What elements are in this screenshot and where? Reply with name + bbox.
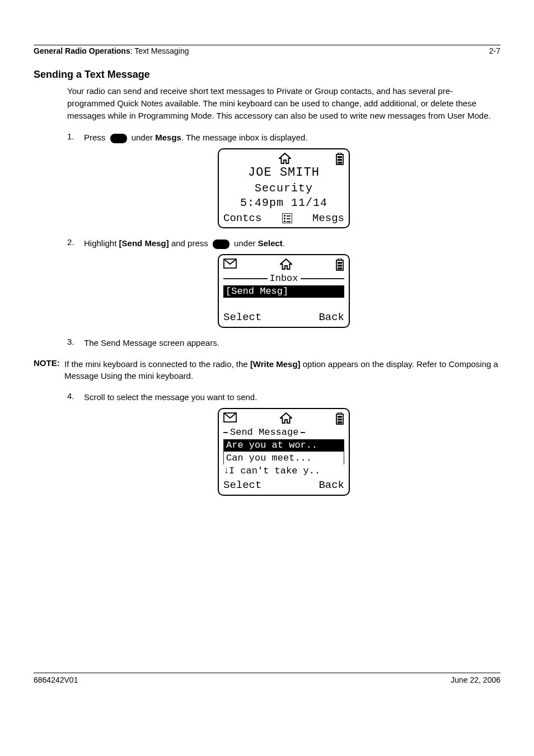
note-label: NOTE: <box>34 358 64 383</box>
step-1-word: Mesgs <box>155 133 181 142</box>
step-2-mid: and press <box>169 238 210 248</box>
svg-rect-10 <box>338 262 342 264</box>
step-1-under: under <box>129 133 156 142</box>
home-icon <box>280 412 292 424</box>
lcd2-selected-item: [Send Mesg] <box>223 285 344 298</box>
lcd3-title: Send Message <box>228 426 301 439</box>
running-head-bold: General Radio Operations <box>34 46 130 55</box>
step-number: 1. <box>67 132 84 141</box>
step-number: 3. <box>67 337 84 346</box>
softkey-icon <box>213 240 229 249</box>
svg-marker-14 <box>280 413 292 423</box>
footer: 6864242V01 June 22, 2006 <box>34 673 500 684</box>
step-1-pre: Press <box>84 133 108 142</box>
home-icon <box>280 259 292 270</box>
home-icon <box>279 153 291 164</box>
step-4-text: Scroll to select the message you want to… <box>84 391 500 403</box>
lcd-screen-inbox: Inbox [Send Mesg] Select Back <box>218 254 350 328</box>
lcd1-line3: 5:49pm 11/14 <box>223 196 344 210</box>
lcd3-softkey-left: Select <box>223 478 261 492</box>
step-2-word2: Select <box>258 238 283 248</box>
step-2-under: under <box>232 238 258 248</box>
softkey-icon <box>110 134 127 143</box>
svg-rect-4 <box>338 159 342 161</box>
section-title: Sending a Text Message <box>34 69 500 81</box>
svg-rect-3 <box>338 156 342 158</box>
running-head: General Radio Operations: Text Messaging… <box>34 46 500 55</box>
footer-doc-id: 6864242V01 <box>34 675 78 684</box>
step-3-text: The Send Message screen appears. <box>84 337 500 349</box>
lcd1-softkey-left: Contcs <box>223 212 261 226</box>
svg-rect-12 <box>338 267 342 270</box>
lcd2-softkey-left: Select <box>223 311 261 325</box>
menu-icon <box>282 213 292 223</box>
step-2-pre: Highlight <box>84 238 119 248</box>
envelope-icon <box>223 259 237 269</box>
svg-marker-7 <box>280 259 292 269</box>
svg-rect-17 <box>338 416 342 418</box>
battery-icon <box>335 153 344 165</box>
lcd-screen-home: JOE SMITH Security 5:49pm 11/14 Contcs M… <box>218 148 350 228</box>
lcd1-softkey-right: Mesgs <box>312 212 344 226</box>
step-2-post: . <box>283 238 285 248</box>
step-1-post: . The message inbox is displayed. <box>181 133 308 142</box>
battery-icon <box>335 412 344 425</box>
lcd2-softkey-right: Back <box>318 311 344 325</box>
lcd2-title: Inbox <box>268 273 301 285</box>
svg-rect-11 <box>338 265 342 267</box>
battery-icon <box>335 259 344 271</box>
footer-date: June 22, 2006 <box>451 675 500 684</box>
lcd3-softkey-right: Back <box>318 478 344 492</box>
lcd1-line1: JOE SMITH <box>223 165 344 181</box>
page-number: 2-7 <box>489 46 500 55</box>
svg-marker-0 <box>279 153 291 163</box>
step-2-word: [Send Mesg] <box>119 238 169 248</box>
lcd3-item3: I can't take y.. <box>229 465 320 477</box>
header-rule <box>34 45 500 45</box>
lcd3-item2: Can you meet... <box>224 452 344 464</box>
lcd3-item3-row: ↓I can't take y.. <box>223 465 344 477</box>
note-text-bold: [Write Mesg] <box>250 359 301 369</box>
lcd3-item1-selected: Are you at wor.. <box>224 439 344 452</box>
lcd1-line2: Security <box>223 181 344 196</box>
running-head-rest: : Text Messaging <box>130 46 189 55</box>
scroll-down-arrow-icon: ↓ <box>223 465 229 477</box>
envelope-icon <box>223 412 237 422</box>
svg-rect-19 <box>338 421 342 424</box>
lcd-screen-send-message: Send Message Are you at wor.. Can you me… <box>218 408 350 496</box>
step-number: 4. <box>67 391 84 401</box>
svg-rect-5 <box>338 162 342 164</box>
step-2-text: Highlight [Send Mesg] and press under Se… <box>84 237 500 250</box>
step-number: 2. <box>67 237 84 247</box>
svg-rect-18 <box>338 419 342 421</box>
note-text: If the mini keyboard is connected to the… <box>64 358 500 383</box>
intro-paragraph: Your radio can send and receive short te… <box>67 85 500 121</box>
step-1-text: Press under Mesgs. The message inbox is … <box>84 132 500 144</box>
note-text-a: If the mini keyboard is connected to the… <box>64 359 250 369</box>
